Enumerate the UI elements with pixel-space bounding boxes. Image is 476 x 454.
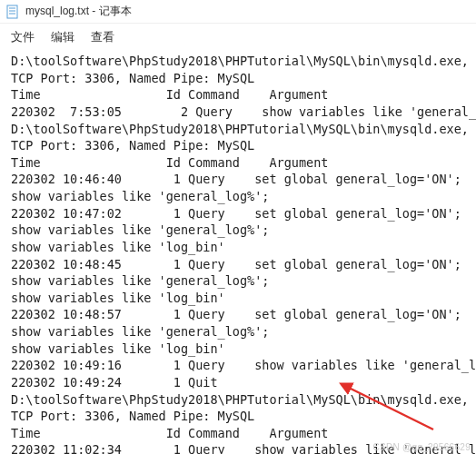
log-line: D:\toolSoftware\PhpStudy2018\PHPTutorial…: [11, 122, 476, 136]
log-line: Time Id Command Argument: [11, 87, 329, 102]
notepad-icon: [5, 5, 20, 19]
log-line: Time Id Command Argument: [11, 426, 329, 440]
log-line: show variables like 'general_log%';: [11, 273, 269, 288]
log-line: TCP Port: 3306, Named Pipe: MySQL: [11, 71, 254, 85]
log-line: 220302 10:48:45 1 Query set global gener…: [11, 257, 461, 271]
log-line: 220302 7:53:05 2 Query show variables li…: [11, 104, 476, 119]
watermark: CSDN @qq_29566629: [372, 442, 471, 452]
menubar: 文件 编辑 查看: [0, 24, 476, 51]
log-line: show variables like 'general_log%';: [11, 189, 269, 203]
log-line: 220302 10:49:24 1 Quit: [11, 375, 218, 390]
log-line: 220302 10:48:57 1 Query set global gener…: [11, 307, 461, 321]
log-line: TCP Port: 3306, Named Pipe: MySQL: [11, 138, 254, 153]
log-line: 220302 10:47:02 1 Query set global gener…: [11, 206, 461, 221]
log-line: show variables like 'log_bin': [11, 291, 225, 305]
log-line: show variables like 'log_bin': [11, 240, 225, 254]
log-line: 220302 10:49:16 1 Query show variables l…: [11, 358, 476, 372]
log-line: show variables like 'log_bin': [11, 341, 225, 356]
log-line: show variables like 'general_log%';: [11, 324, 269, 339]
window-title: mysql_log.txt - 记事本: [25, 4, 132, 19]
log-line: D:\toolSoftware\PhpStudy2018\PHPTutorial…: [11, 54, 476, 68]
svg-rect-0: [7, 5, 17, 18]
menu-edit[interactable]: 编辑: [51, 29, 74, 45]
titlebar: mysql_log.txt - 记事本: [0, 0, 476, 24]
log-line: TCP Port: 3306, Named Pipe: MySQL: [11, 409, 254, 423]
log-line: D:\toolSoftware\PhpStudy2018\PHPTutorial…: [11, 392, 476, 407]
log-line: Time Id Command Argument: [11, 155, 329, 170]
menu-file[interactable]: 文件: [11, 29, 35, 45]
menu-view[interactable]: 查看: [91, 29, 114, 45]
log-line: show variables like 'general_log%';: [11, 222, 269, 237]
log-line: 220302 10:46:40 1 Query set global gener…: [11, 172, 461, 186]
text-content[interactable]: D:\toolSoftware\PhpStudy2018\PHPTutorial…: [0, 51, 476, 454]
